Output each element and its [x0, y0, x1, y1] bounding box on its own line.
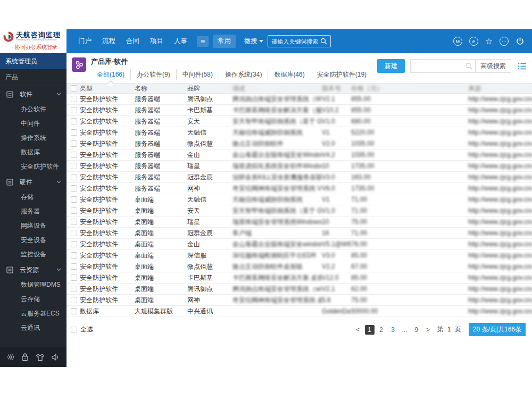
- table-row[interactable]: 安全防护软件 桌面端 瑞星 瑞星终端安全管理系统Windows桌面版 10 75…: [66, 217, 532, 228]
- sidebar-item[interactable]: 办公软件: [0, 102, 66, 117]
- row-checkbox[interactable]: [71, 129, 77, 136]
- search-icon[interactable]: [320, 38, 327, 45]
- sidebar-item[interactable]: 服务器: [0, 204, 66, 219]
- nav-hamburger-icon[interactable]: ≡: [197, 36, 209, 47]
- power-logout-icon[interactable]: [516, 37, 525, 46]
- new-button[interactable]: 新建: [377, 59, 405, 73]
- table-row[interactable]: 安全防护软件 服务器端 微点佰慧 微点主动防御软件 V2.0 1035.00 h…: [66, 138, 532, 149]
- select-all-header-checkbox[interactable]: [71, 85, 77, 92]
- sidebar-item[interactable]: 安全防护软件: [0, 160, 66, 174]
- category-tab[interactable]: 全部(166): [91, 69, 130, 80]
- top-nav-item[interactable]: 项目: [145, 34, 169, 48]
- column-header-brand[interactable]: 品牌: [187, 84, 232, 93]
- sidebar-item[interactable]: 存储: [0, 190, 66, 204]
- table-row[interactable]: 安全防护软件 桌面端 卡巴斯基 卡巴斯基网络安全解决方案 桌面 KES 版 +0…: [66, 272, 532, 284]
- table-row[interactable]: 安全防护软件 服务器端 卡巴斯基 卡巴斯基网络安全解决方案（服务器KES）...…: [66, 105, 532, 116]
- category-tab[interactable]: 办公软件(9): [130, 69, 176, 80]
- table-row[interactable]: 安全防护软件 服务器端 瑞星 瑞星虚拟化系统安全软件Windows服务器版 10…: [66, 161, 532, 172]
- category-tab[interactable]: 操作系统(34): [219, 69, 268, 80]
- messenger-icon[interactable]: M: [453, 37, 462, 46]
- table-row[interactable]: 安全防护软件 服务器端 金山 金山毒霸企业版终端安全Windows服务器版 V4…: [66, 149, 532, 161]
- sidebar-item[interactable]: 监控设备: [0, 247, 66, 262]
- row-checkbox[interactable]: [71, 185, 77, 192]
- select-all-checkbox[interactable]: [71, 327, 77, 333]
- more-options-icon[interactable]: ···: [500, 37, 509, 46]
- table-row[interactable]: 安全防护软件 服务器端 天融信 天融信终端威胁防御系统 V1 5220.00 h…: [66, 127, 532, 138]
- page-size-badge[interactable]: 20 条/页|共166条: [469, 323, 526, 336]
- table-row[interactable]: 安全防护软件 服务器端 冠群金辰 冠群金辰KILL安全胶囊服务器版 V3.0 1…: [66, 172, 532, 183]
- select-all-control[interactable]: 全选: [71, 325, 93, 334]
- table-row[interactable]: 安全防护软件 桌面端 冠群金辰 客户端 16 71.00 http://www.…: [66, 228, 532, 239]
- category-tab[interactable]: 数据库(46): [268, 69, 310, 80]
- page-button[interactable]: 9: [412, 325, 421, 335]
- table-row[interactable]: 安全防护软件 桌面端 腾讯御点 腾讯御点终端安全管理系统（windows版）V2…: [66, 284, 532, 295]
- page-button[interactable]: 1: [365, 325, 375, 335]
- table-row[interactable]: 安全防护软件 服务器端 安天 安天智甲终端防御系统（基于 GF 一体化） V1.…: [66, 116, 532, 127]
- sidebar-section-product[interactable]: 产品: [0, 69, 66, 86]
- global-search-input[interactable]: [271, 38, 320, 45]
- email-icon[interactable]: e: [469, 37, 478, 46]
- table-row[interactable]: 安全防护软件 桌面端 安天 安天智甲终端防御系统（基于 GF 一体化）... V…: [66, 205, 532, 217]
- table-row[interactable]: 安全防护软件 桌面端 深信服 深信服终端检测响应平台EDR V3.0 85.00…: [66, 250, 532, 261]
- settings-gear-icon[interactable]: [6, 353, 15, 361]
- table-row[interactable]: 安全防护软件 桌面端 天融信 天融信终端威胁防御系统 V1 71.00 http…: [66, 194, 532, 205]
- sidebar-item[interactable]: 云存储: [0, 292, 66, 306]
- row-checkbox[interactable]: [71, 118, 77, 124]
- row-checkbox[interactable]: [71, 140, 77, 147]
- sidebar-item[interactable]: 操作系统: [0, 131, 66, 145]
- advanced-search-button[interactable]: 高级搜索: [475, 59, 511, 73]
- row-checkbox[interactable]: [71, 196, 77, 203]
- table-row[interactable]: 安全防护软件 桌面端 金山 金山毒霸企业版终端安全windows桌面版 V5.1…: [66, 239, 532, 250]
- list-view-icon[interactable]: [518, 62, 527, 70]
- row-checkbox[interactable]: [71, 252, 77, 259]
- wesearch-dropdown[interactable]: 微搜: [244, 37, 263, 46]
- sidebar-item[interactable]: 中间件: [0, 117, 66, 131]
- oa-login-link[interactable]: · 协同办公系统登录: [12, 44, 63, 51]
- sidebar-group-hardware[interactable]: 硬件: [0, 174, 66, 190]
- row-checkbox[interactable]: [71, 163, 77, 169]
- sidebar-item[interactable]: 数据管理DMS: [0, 278, 66, 292]
- sidebar-item[interactable]: 数据库: [0, 145, 66, 160]
- lock-icon[interactable]: [21, 353, 29, 361]
- sidebar-group-software[interactable]: 软件: [0, 86, 66, 102]
- category-tab[interactable]: 中间件(58): [176, 69, 219, 80]
- column-header-name[interactable]: 名称: [135, 84, 187, 93]
- column-header-version[interactable]: 版本号: [322, 84, 351, 93]
- table-row[interactable]: 安全防护软件 桌面端 网神 奇安信网神终端安全管理系统 桌面版 5.6 75.0…: [66, 295, 532, 306]
- page-button[interactable]: 3: [388, 325, 398, 335]
- column-header-price[interactable]: 价格（元）: [351, 84, 468, 93]
- table-row[interactable]: 安全防护软件 桌面端 微点佰慧 微点主动防御软件桌面版 V2.2 67.00 h…: [66, 261, 532, 272]
- sidebar-group-cloud[interactable]: 云资源: [0, 262, 66, 278]
- search-icon[interactable]: [465, 62, 472, 70]
- page-button[interactable]: 2: [377, 325, 386, 335]
- row-checkbox[interactable]: [71, 152, 77, 158]
- page-jump-label[interactable]: 第 1 页: [437, 325, 462, 334]
- favorites-star-icon[interactable]: ☆: [485, 37, 493, 46]
- row-checkbox[interactable]: [71, 96, 77, 102]
- top-nav-item[interactable]: 人事: [169, 34, 193, 48]
- nav-common-button[interactable]: 常用: [213, 35, 236, 48]
- row-checkbox[interactable]: [71, 275, 77, 281]
- top-nav-item[interactable]: 合同: [121, 34, 145, 48]
- sidebar-item[interactable]: 安全设备: [0, 233, 66, 247]
- top-nav-item[interactable]: 门户: [73, 34, 97, 48]
- category-tab[interactable]: 安全防护软件(19): [311, 69, 372, 80]
- top-nav-item[interactable]: 流程: [97, 34, 121, 48]
- page-button[interactable]: >: [423, 325, 433, 335]
- row-checkbox[interactable]: [71, 219, 77, 225]
- row-checkbox[interactable]: [71, 174, 77, 180]
- table-row[interactable]: 安全防护软件 服务器端 腾讯御点 腾讯御点终端安全管理系统（Windows版） …: [66, 94, 532, 105]
- page-button[interactable]: ...: [400, 325, 410, 335]
- row-checkbox[interactable]: [71, 230, 77, 236]
- row-checkbox[interactable]: [71, 308, 77, 314]
- sidebar-item[interactable]: 云服务器ECS: [0, 306, 66, 321]
- sidebar-item[interactable]: 网络设备: [0, 219, 66, 233]
- row-checkbox[interactable]: [71, 207, 77, 214]
- theme-shirt-icon[interactable]: [36, 353, 45, 361]
- column-header-type[interactable]: 类型: [80, 84, 135, 93]
- row-checkbox[interactable]: [71, 241, 77, 247]
- table-row[interactable]: 数据库 大规模集群版 中兴通讯 GoldenData s... 50000.00…: [66, 306, 532, 317]
- column-header-source[interactable]: 来源: [468, 84, 532, 93]
- row-checkbox[interactable]: [71, 297, 77, 303]
- speaker-sound-icon[interactable]: [51, 353, 60, 361]
